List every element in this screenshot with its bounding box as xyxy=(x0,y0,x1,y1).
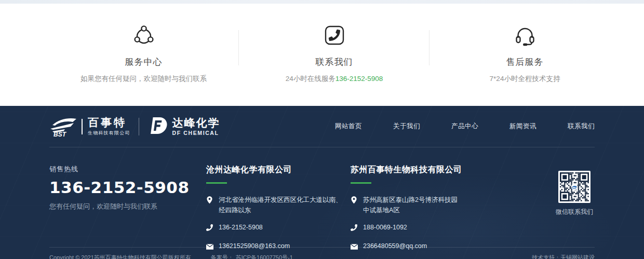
phone-text[interactable]: 136-2152-5908 xyxy=(219,222,263,233)
green-accent-line xyxy=(351,182,371,184)
address-line: 经四路以东 xyxy=(219,205,342,215)
icp-label: 备案号： xyxy=(211,254,234,259)
brand-divider-bar xyxy=(82,119,83,134)
qr-code xyxy=(558,171,591,203)
sales-hotline-block: 销售热线 136-2152-5908 您有任何疑问，欢迎随时与我们联系 xyxy=(49,165,206,247)
hotline-number[interactable]: 136-2152-5908 xyxy=(49,178,206,197)
nav-item-about[interactable]: 关于我们 xyxy=(393,122,420,131)
brand-separator xyxy=(139,118,139,135)
bst-mark-text: BST xyxy=(53,131,67,137)
tech-support-link[interactable]: 技术支持：无锡网站建设 xyxy=(532,254,595,259)
service-desc-text: 24小时在线服务 xyxy=(286,75,336,83)
service-card-aftersales: 售后服务 7*24小时全程技术支持 xyxy=(430,23,620,84)
service-desc: 24小时在线服务136-2152-5908 xyxy=(239,74,430,84)
phone-row: 188-0069-1092 xyxy=(351,222,506,234)
address-text: 苏州高新区泰山路2号博济科技园 中试基地A区 xyxy=(363,195,458,215)
qr-label: 微信联系我们 xyxy=(554,208,595,216)
service-desc: 如果您有任何疑问，欢迎随时与我们联系 xyxy=(48,74,239,84)
icp-number-link[interactable]: 苏ICP备16007750号-1 xyxy=(236,254,293,259)
footer-nav: 网站首页 关于我们 产品中心 新闻资讯 联系我们 xyxy=(335,122,595,131)
nav-item-products[interactable]: 产品中心 xyxy=(451,122,478,131)
service-title: 联系我们 xyxy=(239,56,430,68)
service-title: 服务中心 xyxy=(48,56,239,68)
phone-row: 136-2152-5908 xyxy=(206,222,351,234)
company-card-best: 苏州百事特生物科技有限公司 苏州高新区泰山路2号博济科技园 中试基地A区 xyxy=(351,165,506,247)
phone-handset-icon xyxy=(206,224,213,234)
service-card-center: 服务中心 如果您有任何疑问，欢迎随时与我们联系 xyxy=(48,23,239,84)
wechat-qr-block: 微信联系我们 xyxy=(554,171,595,247)
phone-handset-icon xyxy=(351,224,358,234)
address-text: 河北省沧州临港开发区西区化工大道以南、 经四路以东 xyxy=(219,195,342,215)
address-line: 苏州高新区泰山路2号博济科技园 xyxy=(363,195,458,205)
services-section: 服务中心 如果您有任何疑问，欢迎随时与我们联系 联系我们 24小时在线服务136… xyxy=(48,4,620,84)
address-row: 苏州高新区泰山路2号博济科技园 中试基地A区 xyxy=(351,195,506,215)
hotline-label: 销售热线 xyxy=(49,165,206,174)
service-desc: 7*24小时全程技术支持 xyxy=(430,74,620,84)
location-pin-icon xyxy=(206,196,213,207)
service-title: 售后服务 xyxy=(430,56,620,68)
location-pin-icon xyxy=(351,196,358,207)
company-name: 沧州达峰化学有限公司 xyxy=(206,165,351,175)
footer-middle-row: 销售热线 136-2152-5908 您有任何疑问，欢迎随时与我们联系 沧州达峰… xyxy=(49,147,595,247)
df-brand-text: 达峰化学 DF CHEMICAL xyxy=(172,117,220,136)
share-network-icon xyxy=(48,23,239,48)
footer-bottom-bar: Copyright © 2021苏州百事特生物科技有限公司版权所有 备案号： 苏… xyxy=(49,247,595,259)
top-strip xyxy=(0,0,644,4)
bst-brand-sub: 生物科技有限公司 xyxy=(88,130,130,137)
footer: BST 百事特 生物科技有限公司 达峰化学 DF CHEMICAL xyxy=(0,106,644,259)
footer-top-row: BST 百事特 生物科技有限公司 达峰化学 DF CHEMICAL xyxy=(49,106,595,147)
nav-item-news[interactable]: 新闻资讯 xyxy=(509,122,536,131)
service-phone-number[interactable]: 136-2152-5908 xyxy=(336,75,383,83)
bst-brand-cn: 百事特 xyxy=(88,117,130,128)
nav-item-contact[interactable]: 联系我们 xyxy=(568,122,595,131)
phone-text[interactable]: 188-0069-1092 xyxy=(363,222,407,233)
company-card-dafeng: 沧州达峰化学有限公司 河北省沧州临港开发区西区化工大道以南、 经四路以东 xyxy=(206,165,351,247)
df-brand-cn: 达峰化学 xyxy=(172,117,220,128)
df-chemical-logo-icon xyxy=(147,116,167,138)
nav-item-home[interactable]: 网站首页 xyxy=(335,122,362,131)
company-name: 苏州百事特生物科技有限公司 xyxy=(351,165,506,175)
brand-logos[interactable]: BST 百事特 生物科技有限公司 达峰化学 DF CHEMICAL xyxy=(49,114,220,139)
green-accent-line xyxy=(206,182,227,184)
address-line: 中试基地A区 xyxy=(363,205,458,215)
bst-ship-logo-icon: BST xyxy=(49,114,77,139)
df-brand-en: DF CHEMICAL xyxy=(172,130,220,136)
phone-icon xyxy=(239,23,430,48)
headset-icon xyxy=(430,23,620,48)
service-card-contact: 联系我们 24小时在线服务136-2152-5908 xyxy=(239,23,430,84)
address-line: 河北省沧州临港开发区西区化工大道以南、 xyxy=(219,195,342,205)
copyright-text: Copyright © 2021苏州百事特生物科技有限公司版权所有 xyxy=(49,254,191,259)
hotline-note: 您有任何疑问，欢迎随时与我们联系 xyxy=(49,202,206,211)
bst-brand-text: 百事特 生物科技有限公司 xyxy=(88,117,130,137)
address-row: 河北省沧州临港开发区西区化工大道以南、 经四路以东 xyxy=(206,195,351,215)
icp-record: 备案号： 苏ICP备16007750号-1 xyxy=(211,254,293,259)
